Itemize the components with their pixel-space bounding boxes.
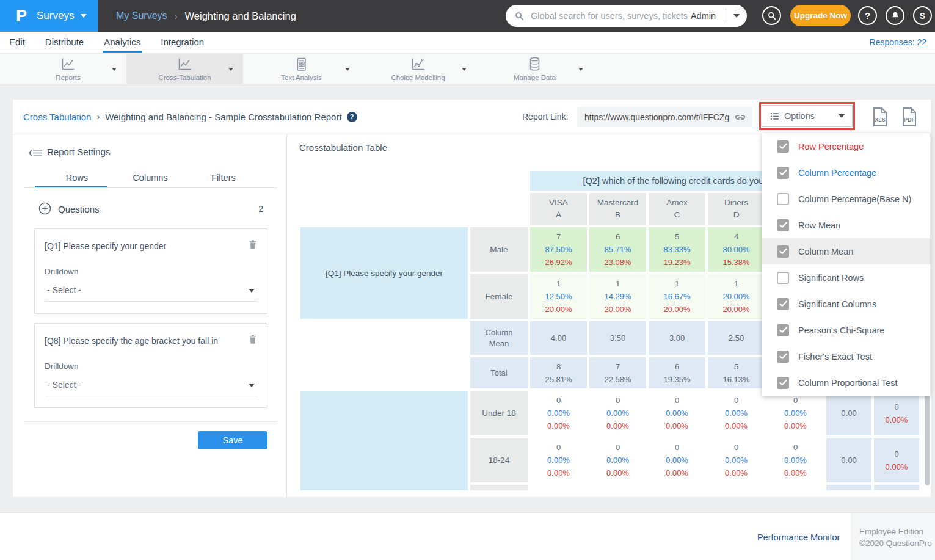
save-button[interactable]: Save [198, 431, 267, 449]
menu-item-column-percentage[interactable]: Column Percentage [762, 159, 930, 186]
menu-item-fisher-s-exact-test[interactable]: Fisher's Exact Test [762, 343, 930, 369]
options-button[interactable]: Options [762, 105, 853, 127]
toolbar-item-choice-modelling[interactable]: Choice Modelling [360, 54, 476, 84]
nav-tab-integration[interactable]: Integration [161, 32, 204, 53]
nav-tab-edit[interactable]: Edit [9, 32, 25, 53]
settings-tab-rows[interactable]: Rows [40, 173, 114, 183]
chevron-down-icon[interactable] [249, 289, 255, 293]
delete-question-button[interactable] [247, 239, 258, 253]
row-label: Female [470, 274, 528, 319]
toolbar-item-text-analysis[interactable]: Text Analysis [243, 54, 360, 84]
chevron-down-icon[interactable] [112, 68, 117, 71]
menu-item-label: Row Percentage [798, 142, 864, 151]
questions-count: 2 [258, 204, 263, 214]
breadcrumb-separator: › [175, 11, 178, 21]
upgrade-button[interactable]: Upgrade Now [790, 5, 851, 26]
menu-item-row-percentage[interactable]: Row Percentage [762, 133, 930, 159]
settings-tab-filters[interactable]: Filters [187, 173, 260, 183]
report-url-box[interactable]: https://www.questionpro.com/t/lFFCZg [577, 107, 752, 127]
add-question-button[interactable] [38, 202, 52, 218]
global-search[interactable]: Global search for users, surveys, ticket… [506, 5, 747, 27]
row-label: Under 18 [470, 391, 528, 435]
data-cell: 00.00%0.00% [708, 438, 765, 482]
collapse-panel-icon[interactable] [28, 147, 43, 161]
chevron-down-icon [81, 14, 87, 18]
check-icon [779, 353, 787, 360]
data-cell: 00.00%0.00% [767, 438, 824, 482]
breadcrumb-my-surveys[interactable]: My Surveys [116, 10, 167, 21]
checkbox-checked[interactable] [777, 140, 789, 153]
cross-tabulation-link[interactable]: Cross Tabulation [23, 112, 91, 122]
drilldown-label: Drilldown [45, 267, 79, 276]
chevron-down-icon[interactable] [733, 14, 740, 18]
trash-icon[interactable] [247, 239, 258, 250]
drilldown-select[interactable]: - Select - [47, 285, 81, 295]
report-settings-title: Report Settings [47, 147, 110, 157]
menu-item-significant-columns[interactable]: Significant Columns [762, 291, 930, 317]
data-cell: 114.29%20.00% [589, 274, 646, 319]
toolbar-item-label: Text Analysis [281, 74, 321, 81]
checkbox-checked[interactable] [777, 351, 789, 363]
edition-label: Employee Edition [859, 526, 935, 537]
toolbar-item-label: Choice Modelling [391, 74, 445, 81]
data-cell: 112.50%20.00% [530, 274, 587, 319]
checkbox-checked[interactable] [777, 245, 789, 258]
menu-item-column-percentage-base-n-[interactable]: Column Percentage(Base N) [762, 186, 930, 212]
menu-item-column-mean[interactable]: Column Mean [762, 238, 930, 264]
chevron-down-icon[interactable] [345, 68, 350, 71]
toolbar-item-cross-tabulation[interactable]: Cross-Tabulation [126, 54, 243, 84]
footer: Performance Monitor Employee Edition ©20… [0, 512, 935, 560]
performance-monitor-link[interactable]: Performance Monitor [757, 533, 840, 542]
link-icon[interactable] [734, 111, 746, 123]
search-placeholder: Global search for users, surveys, ticket… [531, 11, 691, 21]
checkbox-unchecked[interactable] [777, 272, 789, 284]
nav-tab-analytics[interactable]: Analytics [104, 32, 140, 53]
q1-row-group-label: [Q1] Please specify your gender [300, 227, 468, 319]
checkbox-checked[interactable] [777, 377, 789, 389]
nav-tab-distribute[interactable]: Distribute [45, 32, 84, 53]
chevron-down-icon [839, 114, 845, 118]
export-xls-button[interactable]: XLS [871, 107, 889, 129]
menu-item-pearson-s-chi-square[interactable]: Pearson's Chi-Square [762, 317, 930, 343]
checkbox-checked[interactable] [777, 298, 789, 310]
checkbox-checked[interactable] [777, 324, 789, 336]
menu-item-label: Column Percentage(Base N) [798, 194, 911, 204]
settings-tab-columns[interactable]: Columns [114, 173, 187, 183]
notifications-button[interactable] [886, 6, 904, 25]
logo-block[interactable]: P Surveys [0, 0, 98, 32]
search-icon [767, 11, 777, 21]
drilldown-select[interactable]: - Select - [47, 380, 81, 390]
data-cell: 00.00%0.00% [530, 438, 587, 482]
search-scope-label[interactable]: Admin [691, 11, 716, 21]
toolbar-item-manage-data[interactable]: Manage Data [476, 54, 593, 84]
data-cell: 2.50 [708, 321, 765, 355]
data-cell: 0.00 [826, 438, 871, 482]
menu-item-significant-rows[interactable]: Significant Rows [762, 264, 930, 291]
checkbox-checked[interactable] [777, 219, 789, 231]
help-icon[interactable]: ? [347, 112, 357, 122]
chevron-down-icon[interactable] [462, 68, 467, 71]
chevron-down-icon[interactable] [249, 384, 255, 387]
chevron-down-icon[interactable] [578, 68, 583, 71]
report-url[interactable]: https://www.questionpro.com/t/lFFCZg [584, 112, 734, 122]
toolbar-item-label: Reports [56, 74, 80, 81]
checkbox-unchecked[interactable] [777, 193, 789, 205]
responses-count[interactable]: Responses: 22 [870, 37, 926, 47]
row-label: Total [470, 357, 528, 388]
row-label: Male [470, 227, 528, 272]
export-pdf-button[interactable]: PDF [901, 107, 918, 129]
checkbox-checked[interactable] [777, 167, 789, 179]
menu-item-column-proportional-test[interactable]: Column Proportional Test [762, 369, 930, 396]
product-switcher-label[interactable]: Surveys [37, 10, 74, 22]
col-header: DinersD [708, 193, 765, 225]
trash-icon[interactable] [247, 333, 258, 345]
search-button[interactable] [762, 6, 781, 25]
delete-question-button[interactable] [247, 333, 258, 347]
data-cell: 787.50%26.92% [530, 227, 587, 272]
avatar[interactable]: S [913, 6, 932, 25]
chevron-down-icon[interactable] [228, 68, 233, 71]
menu-item-label: Column Proportional Test [798, 378, 898, 388]
toolbar-item-reports[interactable]: Reports [10, 54, 126, 84]
menu-item-row-mean[interactable]: Row Mean [762, 212, 930, 238]
help-button[interactable]: ? [858, 6, 877, 25]
